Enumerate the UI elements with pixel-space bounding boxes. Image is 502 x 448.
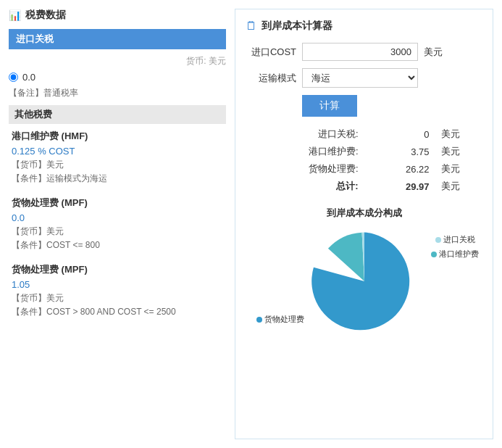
mpf1-currency: 【货币】美元 [12, 225, 226, 238]
result-total-unit: 美元 [435, 178, 482, 195]
right-panel: 🗒 到岸成本计算器 进口COST 美元 运输模式 海运 空运 陆运 计算 进口关… [235, 9, 493, 439]
hmf-currency: 【货币】美元 [12, 159, 226, 171]
left-panel: 📊 税费数据 进口关税 货币: 美元 0.0 【备注】普通税率 其他税费 港口维… [9, 9, 226, 439]
hmf-item: 港口维护费 (HMF) 0.125 % COST 【货币】美元 【条件】运输模式… [9, 130, 226, 185]
result-goods-fee-label: 货物处理费: [246, 160, 364, 178]
import-cost-input[interactable] [302, 43, 418, 61]
result-harbor-fee-value: 3.75 [364, 143, 435, 160]
other-tax-section: 其他税费 港口维护费 (HMF) 0.125 % COST 【货币】美元 【条件… [9, 105, 226, 318]
right-header: 🗒 到岸成本计算器 [246, 20, 482, 33]
calculator-icon: 🗒 [246, 20, 257, 33]
result-goods-fee-row: 货物处理费: 26.22 美元 [246, 160, 482, 178]
result-harbor-fee-label: 港口维护费: [246, 143, 364, 160]
mpf2-condition: 【条件】COST > 800 AND COST <= 2500 [12, 306, 226, 318]
import-duty-section: 进口关税 货币: 美元 0.0 【备注】普通税率 [9, 29, 226, 99]
legend-harbor-fee-label: 港口维护费 [439, 249, 479, 260]
import-cost-label: 进口COST [246, 46, 296, 59]
legend-import-duty: 进口关税 [435, 234, 475, 245]
result-total-value: 29.97 [364, 178, 435, 195]
import-cost-unit: 美元 [424, 46, 443, 59]
transport-row: 运输模式 海运 空运 陆运 [246, 68, 482, 88]
duty-rate-note: 【备注】普通税率 [9, 87, 226, 99]
pie-chart [310, 227, 419, 336]
results-table: 进口关税: 0 美元 港口维护费: 3.75 美元 货物处理费: 26.22 美… [246, 125, 482, 195]
result-total-row: 总计: 29.97 美元 [246, 178, 482, 195]
result-import-duty-label: 进口关税: [246, 125, 364, 143]
transport-select[interactable]: 海运 空运 陆运 [302, 68, 418, 88]
result-total-label: 总计: [246, 178, 364, 195]
chart-title: 到岸成本成分构成 [246, 207, 482, 220]
import-cost-row: 进口COST 美元 [246, 43, 482, 61]
hmf-title: 港口维护费 (HMF) [12, 130, 226, 143]
duty-rate-row: 0.0 [9, 72, 226, 83]
other-tax-header: 其他税费 [9, 105, 226, 124]
pie-chart-container: 进口关税 港口维护费 货物处理费 [246, 227, 482, 336]
mpf2-item: 货物处理费 (MPF) 1.05 【货币】美元 【条件】COST > 800 A… [9, 263, 226, 318]
result-import-duty-row: 进口关税: 0 美元 [246, 125, 482, 143]
mpf2-title: 货物处理费 (MPF) [12, 263, 226, 276]
mpf2-currency: 【货币】美元 [12, 292, 226, 304]
mpf1-title: 货物处理费 (MPF) [12, 196, 226, 210]
transport-label: 运输模式 [246, 72, 296, 85]
legend-harbor-fee-dot [431, 252, 437, 257]
legend-goods-fee-label: 货物处理费 [264, 314, 304, 325]
result-import-duty-unit: 美元 [435, 125, 482, 143]
mpf1-item: 货物处理费 (MPF) 0.0 【货币】美元 【条件】COST <= 800 [9, 196, 226, 252]
result-harbor-fee-unit: 美元 [435, 143, 482, 160]
tax-data-title: 税费数据 [25, 9, 66, 22]
legend-goods-fee-dot [256, 317, 262, 323]
mpf1-condition: 【条件】COST <= 800 [12, 239, 226, 252]
calculator-title: 到岸成本计算器 [262, 20, 332, 33]
calculate-button[interactable]: 计算 [302, 95, 357, 117]
mpf2-value: 1.05 [12, 279, 226, 290]
import-duty-header: 进口关税 [9, 29, 226, 49]
legend-goods-fee: 货物处理费 [256, 314, 304, 325]
currency-label: 货币: 美元 [9, 55, 226, 67]
chart-section: 到岸成本成分构成 [246, 207, 482, 336]
hmf-value: 0.125 % COST [12, 146, 226, 157]
legend-harbor-fee: 港口维护费 [431, 249, 479, 260]
result-import-duty-value: 0 [364, 125, 435, 143]
left-header: 📊 税费数据 [9, 9, 226, 22]
tax-data-icon: 📊 [9, 9, 21, 21]
legend-import-duty-label: 进口关税 [443, 234, 475, 245]
result-goods-fee-unit: 美元 [435, 160, 482, 178]
result-goods-fee-value: 26.22 [364, 160, 435, 178]
legend-import-duty-dot [435, 237, 441, 243]
hmf-condition: 【条件】运输模式为海运 [12, 173, 226, 185]
duty-rate-value: 0.0 [22, 72, 35, 83]
result-harbor-fee-row: 港口维护费: 3.75 美元 [246, 143, 482, 160]
duty-rate-radio[interactable] [9, 72, 18, 82]
mpf1-value: 0.0 [12, 212, 226, 223]
